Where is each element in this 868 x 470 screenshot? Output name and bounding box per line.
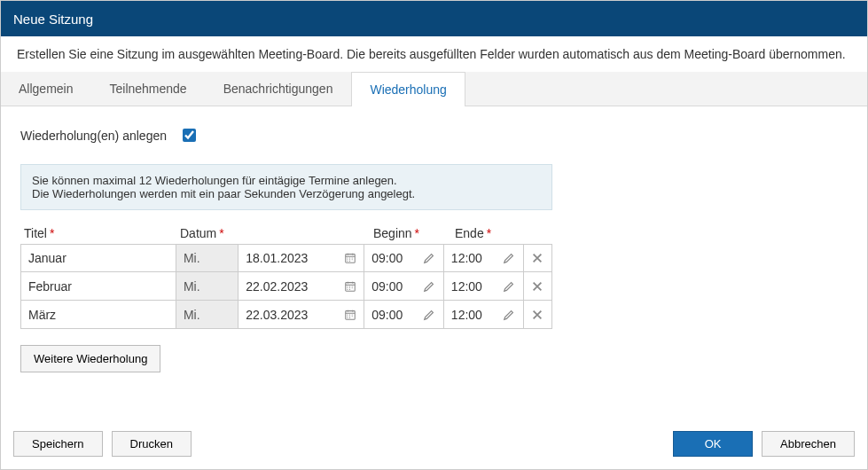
day-cell: Mi.: [176, 245, 239, 271]
edit-icon[interactable]: [503, 308, 516, 321]
calendar-icon[interactable]: [343, 252, 356, 265]
remove-cell: [524, 245, 552, 271]
titlebar: Neue Sitzung: [1, 1, 867, 36]
col-begin: Beginn*: [373, 226, 455, 240]
table-row: JanuarMi.18.01.202309:0012:00: [20, 244, 552, 272]
calendar-icon[interactable]: [343, 308, 356, 321]
required-marker: *: [415, 226, 419, 240]
tab-benachrichtigungen[interactable]: Benachrichtigungen: [206, 72, 352, 106]
remove-icon[interactable]: [531, 308, 544, 321]
remove-icon[interactable]: [531, 252, 544, 265]
required-marker: *: [219, 226, 223, 240]
edit-icon[interactable]: [503, 279, 516, 293]
dialog-footer: Speichern Drucken OK Abbrechen: [1, 422, 867, 469]
begin-cell[interactable]: 09:00: [364, 301, 444, 328]
edit-icon[interactable]: [423, 279, 436, 293]
tab-allgemein[interactable]: Allgemein: [1, 72, 91, 106]
day-cell: Mi.: [176, 301, 239, 328]
col-title: Titel*: [20, 226, 180, 240]
info-box: Sie können maximal 12 Wiederholungen für…: [20, 164, 552, 210]
calendar-icon[interactable]: [343, 279, 356, 293]
info-line-1: Sie können maximal 12 Wiederholungen für…: [32, 174, 541, 187]
footer-left: Speichern Drucken: [13, 431, 192, 457]
table-row: FebruarMi.22.02.202309:0012:00: [20, 272, 552, 301]
tab-content: Wiederholung(en) anlegen Sie können maxi…: [1, 106, 867, 422]
begin-cell[interactable]: 09:00: [364, 272, 444, 300]
repeat-checkbox-row: Wiederholung(en) anlegen: [20, 126, 848, 145]
remove-icon[interactable]: [531, 279, 544, 293]
save-button[interactable]: Speichern: [13, 431, 103, 457]
footer-right: OK Abbrechen: [673, 431, 855, 457]
remove-cell: [524, 301, 552, 328]
tab-wiederholung[interactable]: Wiederholung: [351, 72, 465, 106]
print-button[interactable]: Drucken: [112, 431, 192, 457]
end-cell[interactable]: 12:00: [444, 245, 524, 271]
day-cell: Mi.: [176, 272, 239, 300]
tabs: Allgemein Teilnehmende Benachrichtigunge…: [1, 72, 867, 106]
dialog-title: Neue Sitzung: [13, 12, 93, 27]
remove-cell: [524, 272, 552, 300]
table-header: Titel* Datum* Beginn* Ende*: [20, 223, 552, 244]
date-cell[interactable]: 18.01.2023: [239, 245, 364, 271]
date-cell[interactable]: 22.02.2023: [239, 272, 364, 300]
edit-icon[interactable]: [423, 308, 436, 321]
col-date: Datum*: [180, 226, 373, 240]
repeat-table: Titel* Datum* Beginn* Ende* JanuarMi.18.…: [20, 223, 552, 329]
cancel-button[interactable]: Abbrechen: [762, 431, 855, 457]
table-row: MärzMi.22.03.202309:0012:00: [20, 301, 552, 329]
begin-cell[interactable]: 09:00: [364, 245, 444, 271]
required-marker: *: [487, 226, 491, 240]
close-icon[interactable]: [848, 6, 855, 32]
date-cell[interactable]: 22.03.2023: [239, 301, 364, 328]
edit-icon[interactable]: [503, 252, 516, 265]
dialog-description: Erstellen Sie eine Sitzung im ausgewählt…: [1, 36, 867, 72]
col-end: Ende*: [455, 226, 536, 240]
repeat-checkbox-label: Wiederholung(en) anlegen: [20, 129, 167, 143]
end-cell[interactable]: 12:00: [444, 272, 524, 300]
ok-button[interactable]: OK: [673, 431, 753, 457]
edit-icon[interactable]: [423, 252, 436, 265]
repeat-checkbox[interactable]: [183, 129, 196, 142]
dialog: Neue Sitzung Erstellen Sie eine Sitzung …: [0, 0, 868, 470]
required-marker: *: [50, 226, 54, 240]
title-cell[interactable]: Januar: [21, 245, 176, 271]
end-cell[interactable]: 12:00: [444, 301, 524, 328]
title-cell[interactable]: März: [21, 301, 176, 328]
add-repeat-button[interactable]: Weitere Wiederholung: [20, 345, 160, 372]
info-line-2: Die Wiederholungen werden mit ein paar S…: [32, 187, 541, 200]
title-cell[interactable]: Februar: [21, 272, 176, 300]
tab-teilnehmende[interactable]: Teilnehmende: [91, 72, 205, 106]
